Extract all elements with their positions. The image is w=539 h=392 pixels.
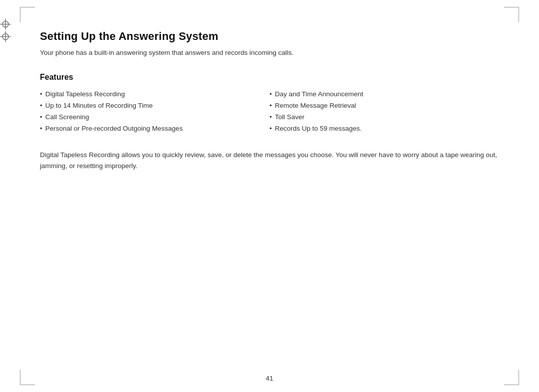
corner-bracket-tr <box>504 7 519 22</box>
bullet-icon: • <box>270 112 272 123</box>
feature-right-1: Day and Time Announcement <box>275 89 363 100</box>
corner-bracket-tl <box>20 7 35 22</box>
page-container: Setting Up the Answering System Your pho… <box>0 0 539 392</box>
feature-left-2: Up to 14 Minutes of Recording Time <box>45 100 153 112</box>
bullet-icon: • <box>40 123 42 135</box>
features-grid: • Digital Tapeless Recording • Up to 14 … <box>40 89 499 135</box>
reg-mark-mid-left <box>0 19 539 31</box>
list-item: • Day and Time Announcement <box>270 89 489 100</box>
description-text: Digital Tapeless Recording allows you to… <box>40 150 499 172</box>
feature-left-1: Digital Tapeless Recording <box>45 89 125 100</box>
bullet-icon: • <box>270 89 272 100</box>
corner-bracket-bl <box>20 370 35 385</box>
features-section-title: Features <box>40 73 499 82</box>
page-number: 41 <box>266 375 273 382</box>
feature-left-4: Personal or Pre-recorded Outgoing Messag… <box>45 123 183 135</box>
reg-mark-top-center <box>0 0 270 12</box>
corner-bracket-br <box>504 370 519 385</box>
list-item: • Toll Saver <box>270 112 489 123</box>
bullet-icon: • <box>270 123 272 135</box>
content-area: Setting Up the Answering System Your pho… <box>40 30 499 362</box>
list-item: • Remote Message Retrieval <box>270 100 489 112</box>
bullet-icon: • <box>40 89 42 100</box>
page-subtitle: Your phone has a built-in answering syst… <box>40 48 499 58</box>
bullet-icon: • <box>40 112 42 123</box>
list-item: • Personal or Pre-recorded Outgoing Mess… <box>40 123 260 135</box>
feature-right-4: Records Up to 59 messages. <box>275 123 362 135</box>
features-left-column: • Digital Tapeless Recording • Up to 14 … <box>40 89 270 135</box>
feature-right-3: Toll Saver <box>275 112 304 123</box>
page-title: Setting Up the Answering System <box>40 30 499 43</box>
feature-left-3: Call Screening <box>45 112 89 123</box>
feature-right-2: Remote Message Retrieval <box>275 100 356 112</box>
list-item: • Up to 14 Minutes of Recording Time <box>40 100 260 112</box>
list-item: • Records Up to 59 messages. <box>270 123 489 135</box>
bullet-icon: • <box>40 100 42 112</box>
list-item: • Call Screening <box>40 112 260 123</box>
list-item: • Digital Tapeless Recording <box>40 89 260 100</box>
bullet-icon: • <box>270 100 272 112</box>
features-right-column: • Day and Time Announcement • Remote Mes… <box>270 89 499 135</box>
